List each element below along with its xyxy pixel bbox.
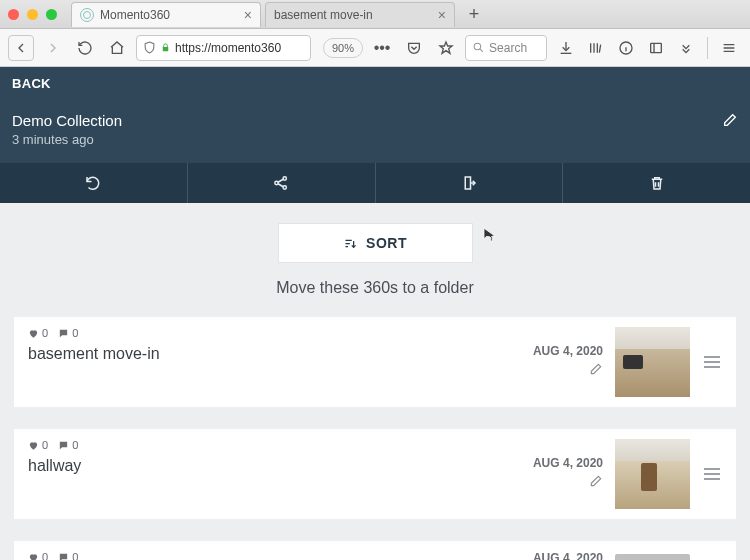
browser-tabbar: Momento360 × basement move-in × + [0, 0, 750, 29]
item-date: AUG 4, 2020 [533, 344, 603, 358]
edit-item-button[interactable] [533, 362, 603, 380]
svg-point-5 [283, 177, 286, 180]
pencil-icon [722, 112, 738, 128]
thumbnail[interactable] [615, 327, 690, 397]
prompt-text: Move these 360s to a folder [14, 279, 736, 297]
comments-count: 0 [58, 327, 78, 339]
edit-collection-button[interactable] [722, 112, 738, 132]
svg-rect-0 [163, 47, 169, 51]
zoom-window[interactable] [46, 9, 57, 20]
url-text: https://momento360 [175, 41, 281, 55]
lock-icon [160, 42, 171, 53]
hamburger-icon[interactable] [716, 35, 742, 61]
content-area: SORT Move these 360s to a folder 0 0 bas… [0, 203, 750, 560]
svg-point-4 [275, 181, 278, 184]
delete-button[interactable] [563, 163, 750, 203]
item-date: AUG 4, 2020 [533, 551, 603, 560]
url-input[interactable]: https://momento360 [136, 35, 311, 61]
pencil-icon [589, 474, 603, 488]
close-window[interactable] [8, 9, 19, 20]
thumbnail[interactable] [615, 554, 690, 560]
likes-count: 0 [28, 439, 48, 451]
search-input[interactable]: Search [465, 35, 547, 61]
shield-icon [143, 41, 156, 54]
bookmark-star-icon[interactable] [433, 35, 459, 61]
share-button[interactable] [188, 163, 376, 203]
heart-icon [28, 552, 39, 561]
item-name: hallway [28, 457, 533, 475]
item-date: AUG 4, 2020 [533, 456, 603, 470]
home-button[interactable] [104, 35, 130, 61]
comment-icon [58, 328, 69, 339]
tab-label: Momento360 [100, 8, 170, 22]
svg-point-1 [474, 43, 481, 50]
sort-button[interactable]: SORT [278, 223, 473, 263]
sort-icon [343, 236, 358, 251]
pencil-icon [589, 362, 603, 376]
pocket-icon[interactable] [401, 35, 427, 61]
zoom-indicator[interactable]: 90% [323, 38, 363, 58]
close-tab-icon[interactable]: × [244, 7, 252, 23]
heart-icon [28, 440, 39, 451]
tab-label: basement move-in [274, 8, 373, 22]
item-name: basement move-in [28, 345, 533, 363]
rotate-button[interactable] [0, 163, 188, 203]
collection-header: Demo Collection 3 minutes ago [0, 100, 750, 163]
heart-icon [28, 328, 39, 339]
comment-icon [58, 552, 69, 561]
comments-count: 0 [58, 551, 78, 560]
likes-count: 0 [28, 327, 48, 339]
tab-momento360[interactable]: Momento360 × [71, 2, 261, 27]
drag-handle-icon[interactable] [702, 350, 722, 374]
library-icon[interactable] [583, 35, 609, 61]
svg-rect-3 [651, 43, 662, 52]
collection-title: Demo Collection [12, 112, 122, 129]
move-button[interactable] [376, 163, 564, 203]
edit-item-button[interactable] [533, 474, 603, 492]
forward-button[interactable] [40, 35, 66, 61]
svg-point-6 [283, 186, 286, 189]
comment-icon [58, 440, 69, 451]
reload-button[interactable] [72, 35, 98, 61]
window-controls [8, 9, 57, 20]
comments-count: 0 [58, 439, 78, 451]
tab-basement[interactable]: basement move-in × [265, 2, 455, 27]
info-icon[interactable] [613, 35, 639, 61]
overflow-icon[interactable] [673, 35, 699, 61]
favicon-icon [80, 8, 94, 22]
back-link[interactable]: BACK [0, 67, 750, 100]
new-tab-button[interactable]: + [463, 3, 485, 25]
thumbnail[interactable] [615, 439, 690, 509]
meatball-icon[interactable]: ••• [369, 35, 395, 61]
download-icon[interactable] [553, 35, 579, 61]
list-item[interactable]: 0 0 basement move-in AUG 4, 2020 [14, 317, 736, 407]
search-icon [472, 41, 485, 54]
collection-subtitle: 3 minutes ago [12, 132, 122, 147]
drag-handle-icon[interactable] [702, 462, 722, 486]
close-tab-icon[interactable]: × [438, 7, 446, 23]
likes-count: 0 [28, 551, 48, 560]
action-toolbar [0, 163, 750, 203]
list-item[interactable]: 0 0 AUG 4, 2020 [14, 541, 736, 560]
minimize-window[interactable] [27, 9, 38, 20]
browser-toolbar: https://momento360 90% ••• Search [0, 29, 750, 67]
sidebar-icon[interactable] [643, 35, 669, 61]
list-item[interactable]: 0 0 hallway AUG 4, 2020 [14, 429, 736, 519]
search-placeholder: Search [489, 41, 527, 55]
back-button[interactable] [8, 35, 34, 61]
